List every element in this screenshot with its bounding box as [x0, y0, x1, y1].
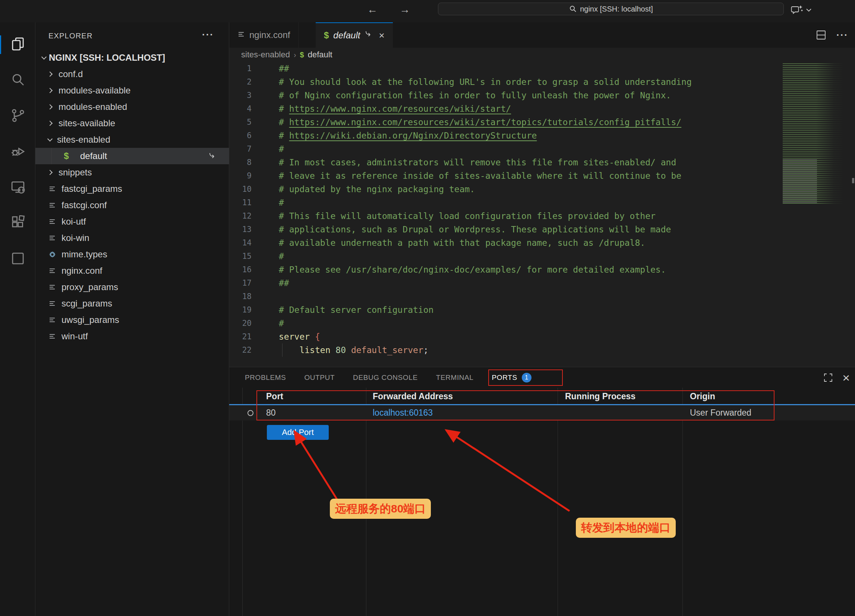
line-number: 1 [229, 64, 251, 73]
tree-item-sites-enabled[interactable]: sites-enabled [35, 131, 229, 148]
tree-item-default[interactable]: $default [35, 148, 229, 164]
tree-item-koi-utf[interactable]: koi-utf [35, 213, 229, 230]
tree-item-fastcgi.conf[interactable]: fastcgi.conf [35, 197, 229, 213]
breadcrumb-file[interactable]: default [308, 50, 332, 60]
command-center-search[interactable]: nginx [SSH: localhost] [438, 3, 784, 15]
activity-item-remote-explorer[interactable] [0, 170, 35, 205]
activity-item-run-debug[interactable] [0, 134, 35, 170]
code-link[interactable]: https://www.nginx.com/resources/wiki/sta… [289, 104, 511, 113]
tree-item-modules-available[interactable]: modules-available [35, 82, 229, 99]
tree-item-label: fastcgi.conf [61, 200, 107, 211]
code-link[interactable]: https://www.nginx.com/resources/wiki/sta… [289, 117, 681, 127]
split-editor-icon[interactable] [815, 29, 827, 41]
text-file-icon [48, 283, 56, 291]
tree-item-snippets[interactable]: snippets [35, 164, 229, 180]
activity-item-custom-square[interactable] [0, 242, 35, 277]
activity-item-search[interactable] [0, 63, 35, 98]
tree-root-folder[interactable]: NGINX [SSH: LOCALHOST] [35, 49, 229, 66]
panel-tab-ports[interactable]: PORTS [492, 373, 517, 382]
maximize-panel-icon[interactable] [823, 373, 834, 383]
port-status-icon [247, 410, 253, 416]
run-debug-icon [11, 144, 25, 160]
tree-item-mime.types[interactable]: mime.types [35, 246, 229, 263]
explorer-sidebar: EXPLORER ··· NGINX [SSH: LOCALHOST]conf.… [35, 22, 229, 616]
forwarded-address-link[interactable]: localhost:60163 [373, 405, 433, 420]
code-editor[interactable]: 1##2# You should look at the following U… [229, 62, 855, 367]
tree-item-nginx.conf[interactable]: nginx.conf [35, 263, 229, 279]
tree-item-label: default [80, 151, 107, 161]
tree-item-uwsgi_params[interactable]: uwsgi_params [35, 312, 229, 328]
line-number: 17 [229, 278, 251, 287]
code-line-20: 20# [229, 316, 855, 330]
tree-item-koi-win[interactable]: koi-win [35, 230, 229, 246]
editor-more-actions-icon[interactable]: ··· [837, 29, 848, 41]
text-file-icon [238, 30, 245, 40]
title-bar: ← → nginx [SSH: localhost] [0, 0, 855, 22]
code-line-4: 4# https://www.nginx.com/resources/wiki/… [229, 102, 855, 115]
tree-item-sites-available[interactable]: sites-available [35, 115, 229, 131]
panel-tab-problems[interactable]: PROBLEMS [245, 373, 286, 382]
tree-item-label: modules-available [58, 85, 130, 96]
code-line-10: 10# updated by the nginx packaging team. [229, 182, 855, 196]
bottom-panel: PROBLEMSOUTPUTDEBUG CONSOLETERMINALPORTS… [229, 367, 855, 616]
text-file-icon [48, 267, 56, 275]
text-file-icon [48, 316, 56, 324]
port-table-row[interactable]: 80localhost:60163User Forwarded [229, 405, 855, 420]
custom-square-icon [11, 251, 25, 267]
tree-item-scgi_params[interactable]: scgi_params [35, 295, 229, 312]
forward-icon[interactable]: → [398, 3, 411, 16]
line-number: 22 [229, 345, 251, 355]
panel-tab-terminal[interactable]: TERMINAL [436, 373, 474, 382]
indent-guide [51, 148, 52, 164]
editor-tab-nginx.conf[interactable]: nginx.conf [229, 22, 299, 48]
tree-item-proxy_params[interactable]: proxy_params [35, 279, 229, 295]
panel-tab-debug-console[interactable]: DEBUG CONSOLE [353, 373, 418, 382]
tree-item-conf.d[interactable]: conf.d [35, 66, 229, 82]
line-number: 18 [229, 292, 251, 301]
line-number: 4 [229, 104, 251, 113]
tree-item-label: koi-utf [61, 216, 86, 227]
code-line-8: 8# In most cases, administrators will re… [229, 156, 855, 169]
close-tab-icon[interactable]: × [378, 30, 384, 41]
copilot-chat-button[interactable] [791, 5, 812, 16]
line-number: 19 [229, 306, 251, 314]
text-file-icon [48, 185, 56, 193]
code-line-16: 16# Please see /usr/share/doc/nginx-doc/… [229, 263, 855, 276]
extensions-icon [11, 215, 25, 232]
tree-item-label: conf.d [58, 69, 83, 79]
activity-item-explorer[interactable] [0, 27, 35, 62]
activity-item-source-control[interactable] [0, 98, 35, 134]
more-actions-icon[interactable]: ··· [202, 29, 214, 41]
open-file-indicator-icon[interactable] [208, 152, 216, 162]
breadcrumb[interactable]: sites-enabled › $ default [229, 48, 855, 62]
port-cell-origin: User Forwarded [690, 405, 751, 420]
tree-item-label: proxy_params [61, 282, 118, 292]
code-line-19: 19# Default server configuration [229, 303, 855, 316]
chevron-right-icon [48, 170, 52, 175]
panel-tab-output[interactable]: OUTPUT [304, 373, 335, 382]
add-port-button[interactable]: Add Port [267, 425, 329, 440]
ports-column-origin: Origin [690, 388, 715, 405]
annotation-red-box-ports: PORTS1 [488, 370, 563, 386]
annotation-label-local-port: 转发到本地的端口 [576, 518, 676, 538]
activity-item-extensions[interactable] [0, 206, 35, 241]
tab-label: nginx.conf [249, 30, 290, 40]
port-cell-port: 80 [266, 405, 276, 420]
tab-label: default [333, 30, 360, 41]
tree-item-label: nginx.conf [61, 266, 102, 276]
close-panel-icon[interactable]: × [842, 372, 850, 383]
tree-item-win-utf[interactable]: win-utf [35, 328, 229, 344]
back-icon[interactable]: ← [366, 3, 379, 16]
code-link[interactable]: https://wiki.debian.org/Nginx/DirectoryS… [289, 131, 537, 141]
code-line-15: 15# [229, 249, 855, 263]
indent-guide [282, 343, 282, 357]
line-number: 16 [229, 265, 251, 274]
scrollbar-marker [852, 178, 854, 183]
editor-tab-default[interactable]: $default× [316, 22, 393, 48]
code-line-2: 2# You should look at the following URL'… [229, 75, 855, 89]
tree-item-modules-enabled[interactable]: modules-enabled [35, 99, 229, 115]
tree-item-label: sites-available [58, 118, 115, 128]
tree-item-fastcgi_params[interactable]: fastcgi_params [35, 180, 229, 197]
code-line-1: 1## [229, 62, 855, 75]
breadcrumb-folder[interactable]: sites-enabled [241, 50, 290, 60]
